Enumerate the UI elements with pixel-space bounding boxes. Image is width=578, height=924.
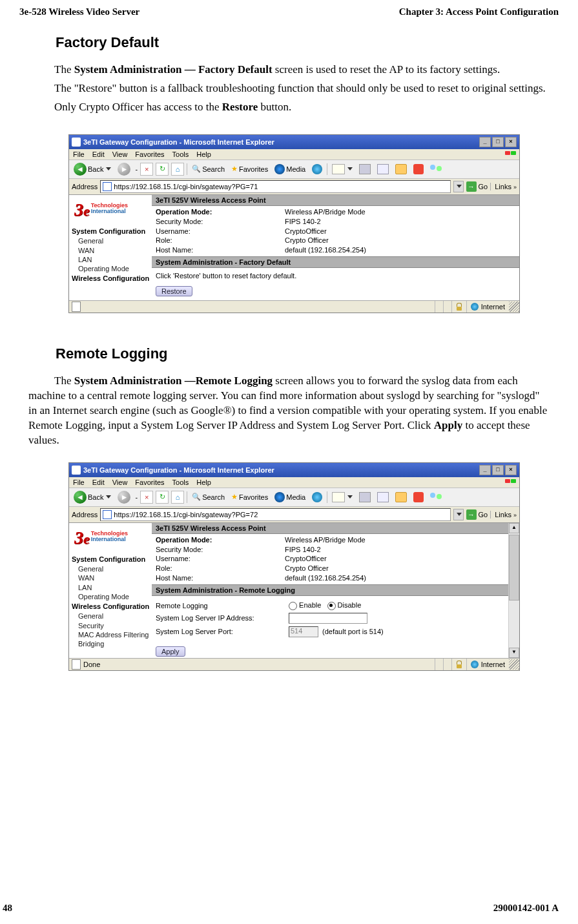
close-button[interactable]: × bbox=[505, 137, 517, 147]
search-button[interactable]: 🔍Search bbox=[190, 492, 227, 502]
log-server-port-input[interactable]: 514 bbox=[289, 626, 318, 637]
menu-view[interactable]: View bbox=[112, 478, 128, 486]
scroll-thumb[interactable] bbox=[509, 535, 519, 601]
print-icon bbox=[359, 164, 371, 174]
menu-edit[interactable]: Edit bbox=[92, 150, 105, 158]
history-button[interactable] bbox=[310, 491, 324, 503]
sidebar-item-wan[interactable]: WAN bbox=[78, 573, 152, 582]
go-button[interactable]: →Go bbox=[466, 181, 488, 192]
mail-button[interactable] bbox=[330, 491, 355, 503]
sidebar-item-lan[interactable]: LAN bbox=[78, 583, 152, 592]
edit-button[interactable] bbox=[375, 491, 391, 503]
menu-edit[interactable]: Edit bbox=[92, 478, 105, 486]
info-sec-mode-value: FIPS 140-2 bbox=[285, 545, 321, 555]
menu-file[interactable]: File bbox=[73, 150, 85, 158]
sidebar-item-lan[interactable]: LAN bbox=[78, 255, 152, 264]
folder-button[interactable] bbox=[393, 491, 409, 503]
sidebar-wireless-config[interactable]: Wireless Configuration bbox=[72, 274, 152, 282]
back-button[interactable]: ◄Back bbox=[72, 490, 113, 504]
radio-disable[interactable] bbox=[327, 602, 336, 610]
media-button[interactable]: Media bbox=[273, 163, 307, 175]
document-number: 29000142-001 A bbox=[493, 903, 559, 914]
scrollbar[interactable]: ▲ ▼ bbox=[508, 523, 519, 658]
menu-view[interactable]: View bbox=[112, 150, 128, 158]
address-dropdown[interactable] bbox=[453, 509, 464, 520]
people-button[interactable] bbox=[428, 492, 444, 502]
sidebar-wireless-config[interactable]: Wireless Configuration bbox=[72, 602, 152, 610]
minimize-button[interactable]: _ bbox=[479, 137, 491, 147]
stop-button[interactable]: × bbox=[140, 491, 153, 504]
print-button[interactable] bbox=[357, 491, 373, 503]
folder-button[interactable] bbox=[393, 163, 409, 175]
menu-file[interactable]: File bbox=[73, 478, 85, 486]
minimize-button[interactable]: _ bbox=[479, 465, 491, 475]
factory-default-p3: Only Crypto Officer has access to the Re… bbox=[28, 100, 550, 115]
search-button[interactable]: 🔍Search bbox=[190, 164, 227, 174]
menu-tools[interactable]: Tools bbox=[172, 150, 189, 158]
refresh-button[interactable]: ↻ bbox=[156, 491, 169, 504]
restore-button[interactable]: Restore bbox=[156, 286, 192, 296]
sidebar-item-wl-general[interactable]: General bbox=[78, 611, 152, 621]
menu-tools[interactable]: Tools bbox=[172, 478, 189, 486]
media-button[interactable]: Media bbox=[273, 491, 307, 503]
maximize-button[interactable]: □ bbox=[492, 465, 504, 475]
sidebar-item-general[interactable]: General bbox=[78, 236, 152, 245]
links-label[interactable]: Links » bbox=[490, 183, 517, 190]
menu-help[interactable]: Help bbox=[196, 150, 211, 158]
maximize-button[interactable]: □ bbox=[492, 137, 504, 147]
sidebar-item-wan[interactable]: WAN bbox=[78, 246, 152, 255]
address-input[interactable]: https://192.168.15.1/cgi-bin/sgateway?PG… bbox=[100, 180, 450, 193]
home-button[interactable]: ⌂ bbox=[171, 163, 184, 176]
refresh-button[interactable]: ↻ bbox=[156, 163, 169, 176]
info-sec-mode-label: Security Mode: bbox=[156, 545, 285, 555]
info-op-mode-value: Wireless AP/Bridge Mode bbox=[285, 207, 366, 217]
menu-help[interactable]: Help bbox=[196, 478, 211, 486]
history-button[interactable] bbox=[310, 163, 324, 175]
messenger-button[interactable] bbox=[411, 163, 426, 175]
scroll-up-button[interactable]: ▲ bbox=[509, 523, 519, 533]
messenger-button[interactable] bbox=[411, 491, 426, 503]
address-dropdown[interactable] bbox=[453, 181, 464, 192]
log-server-ip-input[interactable] bbox=[289, 613, 367, 624]
resize-grip[interactable] bbox=[509, 302, 519, 312]
menu-favorites[interactable]: Favorites bbox=[135, 150, 164, 158]
go-button[interactable]: →Go bbox=[466, 509, 488, 520]
folder-icon bbox=[395, 492, 407, 502]
stop-button[interactable]: × bbox=[140, 163, 153, 176]
logo: 3e TechnologiesInternational bbox=[72, 526, 152, 554]
section-remote-logging-title: Remote Logging bbox=[56, 345, 559, 362]
people-button[interactable] bbox=[428, 164, 444, 174]
edit-button[interactable] bbox=[375, 163, 391, 175]
sidebar-item-mac-filtering[interactable]: MAC Address Filtering bbox=[78, 630, 152, 639]
media-icon bbox=[274, 164, 285, 174]
sidebar-item-operating-mode[interactable]: Operating Mode bbox=[78, 592, 152, 601]
sidebar-item-wl-security[interactable]: Security bbox=[78, 621, 152, 630]
forward-button[interactable]: ► bbox=[116, 490, 132, 504]
address-bar: Address https://192.168.15.1/cgi-bin/sga… bbox=[69, 179, 519, 195]
logo-3e-icon: 3e bbox=[74, 203, 90, 217]
sidebar-item-operating-mode[interactable]: Operating Mode bbox=[78, 264, 152, 273]
radio-enable-label: Enable bbox=[299, 601, 321, 609]
mail-button[interactable] bbox=[330, 163, 355, 175]
section-title: System Administration - Factory Default bbox=[152, 256, 519, 268]
home-button[interactable]: ⌂ bbox=[171, 491, 184, 504]
sidebar-system-config[interactable]: System Configuration bbox=[72, 555, 152, 563]
links-label[interactable]: Links » bbox=[490, 511, 517, 518]
apply-button[interactable]: Apply bbox=[156, 646, 185, 657]
status-internet: Internet bbox=[481, 303, 505, 311]
sidebar-item-general[interactable]: General bbox=[78, 564, 152, 573]
sidebar-system-config[interactable]: System Configuration bbox=[72, 227, 152, 235]
menu-favorites[interactable]: Favorites bbox=[135, 478, 164, 486]
favorites-button[interactable]: ★Favorites bbox=[229, 492, 270, 502]
forward-button[interactable]: ► bbox=[116, 162, 132, 176]
back-button[interactable]: ◄Back bbox=[72, 162, 113, 176]
address-input[interactable]: https://192.168.15.1/cgi-bin/sgateway?PG… bbox=[100, 508, 450, 521]
ie-icon bbox=[72, 138, 81, 147]
favorites-button[interactable]: ★Favorites bbox=[229, 164, 270, 174]
print-button[interactable] bbox=[357, 163, 373, 175]
scroll-down-button[interactable]: ▼ bbox=[509, 648, 519, 658]
radio-enable[interactable] bbox=[289, 602, 297, 610]
resize-grip[interactable] bbox=[509, 659, 519, 670]
close-button[interactable]: × bbox=[505, 465, 517, 475]
sidebar-item-bridging[interactable]: Bridging bbox=[78, 639, 152, 648]
